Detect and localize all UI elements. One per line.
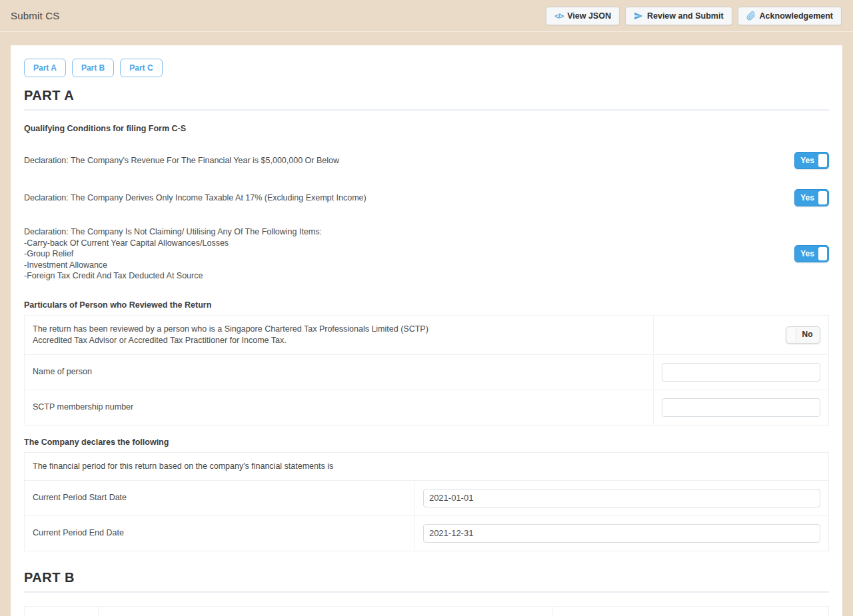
tab-part-c[interactable]: Part C — [120, 59, 162, 77]
acknowledgement-label: Acknowledgement — [760, 11, 833, 21]
empty-header-cell — [98, 607, 553, 616]
topbar-actions: </> View JSON Review and Submit Acknowle… — [546, 7, 842, 25]
declaration-taxable-toggle[interactable]: Yes — [794, 189, 829, 206]
toggle-knob — [818, 247, 827, 260]
reviewer-question-label: The return has been reviewed by a person… — [25, 316, 653, 354]
toggle-knob — [818, 154, 827, 167]
view-json-label: View JSON — [567, 11, 611, 21]
sctp-membership-label: SCTP membership number — [25, 390, 653, 425]
declaration-revenue-text: Declaration: The Company's Revenue For T… — [24, 155, 353, 166]
topbar: Submit CS </> View JSON Review and Submi… — [0, 0, 853, 32]
name-of-person-cell — [653, 355, 828, 390]
part-a-heading: PART A — [24, 88, 829, 111]
page-title: Submit CS — [11, 10, 60, 21]
period-start-input[interactable] — [423, 489, 820, 507]
period-end-input[interactable] — [423, 524, 820, 543]
declaration-taxable-text: Declaration: The Company Derives Only In… — [24, 192, 380, 204]
part-tabs: Part A Part B Part C — [24, 59, 829, 77]
financial-period-table: The financial period for this return bas… — [24, 452, 829, 551]
table-row: Current Period End Date — [25, 515, 828, 551]
period-end-cell — [415, 516, 828, 551]
table-row: Name of person — [25, 354, 828, 390]
paper-plane-icon — [634, 11, 643, 21]
declaration-row-revenue: Declaration: The Company's Revenue For T… — [24, 151, 829, 170]
tab-part-a[interactable]: Part A — [24, 59, 66, 77]
form-card: Part A Part B Part C PART A Qualifying C… — [11, 45, 842, 616]
reviewer-question-cell: No — [653, 316, 828, 354]
table-row: The financial period for this return bas… — [25, 453, 828, 480]
name-of-person-input[interactable] — [662, 363, 820, 382]
reviewer-table: The return has been reviewed by a person… — [24, 315, 829, 426]
sctp-membership-input[interactable] — [662, 398, 820, 417]
view-json-button[interactable]: </> View JSON — [546, 7, 620, 25]
toggle-knob — [818, 191, 827, 204]
name-of-person-label: Name of person — [25, 355, 653, 390]
table-row: Current Period Start Date — [25, 480, 828, 515]
acknowledgement-button[interactable]: Acknowledgement — [738, 7, 842, 25]
table-row: The return has been reviewed by a person… — [25, 316, 828, 354]
financial-period-header: The financial period for this return bas… — [25, 453, 828, 480]
part-b-heading: PART B — [24, 570, 829, 593]
part-b-table: S$ Tax Adjustment Profit/ Loss before Ta… — [24, 606, 829, 616]
review-and-submit-label: Review and Submit — [647, 11, 724, 21]
table-row: SCTP membership number — [25, 390, 828, 425]
review-and-submit-button[interactable]: Review and Submit — [625, 7, 732, 25]
toggle-label: No — [802, 329, 812, 340]
empty-header-cell — [25, 607, 98, 616]
period-start-label: Current Period Start Date — [25, 481, 415, 515]
company-declares-heading: The Company declares the following — [24, 438, 829, 447]
table-header-row: S$ — [25, 607, 828, 616]
declaration-claims-text: Declaration: The Company Is Not Claiming… — [24, 226, 335, 282]
declaration-claims-toggle[interactable]: Yes — [794, 245, 829, 262]
declaration-revenue-toggle[interactable]: Yes — [794, 152, 829, 169]
sctp-membership-cell — [653, 390, 828, 425]
toggle-label: Yes — [800, 193, 814, 202]
toggle-label: Yes — [800, 249, 814, 258]
paperclip-icon — [746, 11, 756, 21]
reviewer-toggle[interactable]: No — [786, 326, 820, 344]
tab-part-b[interactable]: Part B — [72, 59, 114, 77]
code-icon: </> — [554, 12, 563, 20]
period-end-label: Current Period End Date — [25, 516, 415, 551]
toggle-label: Yes — [800, 156, 814, 165]
qualifying-conditions-heading: Qualifying Conditions for filing Form C-… — [24, 124, 829, 133]
declaration-row-claims: Declaration: The Company Is Not Claiming… — [24, 225, 829, 283]
period-start-cell — [415, 481, 828, 515]
currency-header: S$ — [552, 607, 828, 616]
toggle-knob — [788, 328, 796, 342]
reviewer-heading: Particulars of Person who Reviewed the R… — [24, 300, 829, 310]
declaration-row-taxable: Declaration: The Company Derives Only In… — [24, 188, 829, 208]
